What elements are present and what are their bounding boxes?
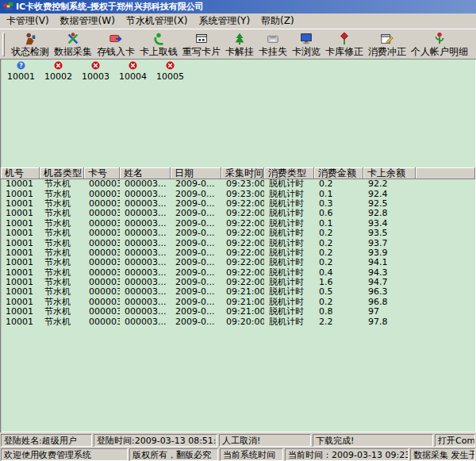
cell-machine-type: 节水机 bbox=[40, 307, 84, 317]
table-row[interactable]: 10001 节水机 000003 000003... 2009-0... 09:… bbox=[1, 268, 475, 278]
machine-item-10002[interactable]: 10002 bbox=[40, 61, 77, 82]
cell-name: 000003... bbox=[120, 248, 171, 258]
cell-amount: 0.2 bbox=[314, 229, 363, 238]
menu-item[interactable]: 卡管理(V) bbox=[1, 13, 55, 29]
cell-date: 2009-0... bbox=[171, 229, 221, 238]
cell-balance: 97 bbox=[363, 307, 416, 317]
account-detail-button[interactable]: 个人帐户明细 bbox=[409, 30, 470, 59]
cell-name: 000003... bbox=[120, 258, 171, 267]
cell-machine-type: 节水机 bbox=[40, 278, 84, 287]
status-check-button[interactable]: 状态检测 bbox=[9, 30, 52, 59]
cell-name: 000003... bbox=[120, 190, 171, 199]
table-row[interactable]: 10001 节水机 000003 000003... 2009-0... 09:… bbox=[1, 199, 475, 209]
cell-date: 2009-0... bbox=[171, 268, 221, 278]
card-browse-button[interactable]: 卡浏览 bbox=[290, 30, 323, 59]
cell-machine-type: 节水机 bbox=[40, 199, 84, 209]
machine-item-10004[interactable]: 10004 bbox=[114, 61, 152, 82]
deposit-card-button[interactable]: 存钱入卡 bbox=[94, 30, 137, 59]
card-db-fix-button[interactable]: 卡库修正 bbox=[323, 30, 366, 59]
cell-machine-type: 节水机 bbox=[40, 268, 84, 278]
cell-date: 2009-0... bbox=[171, 287, 221, 297]
toolbar-button-label: 个人帐户明细 bbox=[411, 47, 468, 57]
cell-collect-time: 09:22:00 bbox=[221, 219, 264, 229]
status-panel: 登陆姓名:超级用户 bbox=[1, 434, 92, 447]
toolbar-button-label: 卡浏览 bbox=[292, 47, 321, 57]
status-panel: 人工取消! bbox=[219, 434, 311, 447]
toolbar-button-label: 卡库修正 bbox=[325, 47, 363, 57]
card-loss-button[interactable]: 卡挂失 bbox=[256, 30, 290, 59]
cell-amount: 0.2 bbox=[314, 248, 363, 258]
table-row[interactable]: 10001 节水机 000003 000003... 2009-0... 09:… bbox=[1, 229, 475, 238]
card-loss-icon bbox=[266, 32, 280, 46]
table-row[interactable]: 10001 节水机 000003 000003... 2009-0... 09:… bbox=[1, 307, 475, 317]
rewrite-card-button[interactable]: 重写卡片 bbox=[180, 30, 223, 59]
cell-name: 000003... bbox=[120, 268, 171, 278]
cell-card-no: 000003 bbox=[84, 317, 120, 327]
cell-machine-no: 10001 bbox=[1, 258, 40, 267]
menu-item[interactable]: 帮助(Z) bbox=[255, 13, 300, 29]
table-row[interactable]: 10001 节水机 000003 000003... 2009-0... 09:… bbox=[1, 258, 475, 267]
cell-machine-type: 节水机 bbox=[40, 219, 84, 229]
card-browse-icon bbox=[299, 32, 313, 46]
reversal-button[interactable]: 消费冲正 bbox=[366, 30, 409, 59]
table-header-cell[interactable]: 消费金额 bbox=[314, 167, 363, 179]
status-panel: 登陆时间:2009-03-13 08:51:56 bbox=[94, 434, 217, 447]
cell-machine-no: 10001 bbox=[1, 268, 40, 278]
toolbar-gripper[interactable] bbox=[2, 33, 5, 56]
menu-item[interactable]: 系统管理(Y) bbox=[193, 13, 255, 29]
table-header-cell[interactable]: 采集时间 bbox=[221, 167, 264, 179]
menu-item[interactable]: 数据管理(W) bbox=[55, 13, 121, 29]
toolbar-button-label: 消费冲正 bbox=[368, 47, 406, 57]
cell-name: 000003... bbox=[120, 229, 171, 238]
cell-balance: 93.7 bbox=[363, 239, 416, 248]
machine-item-10001[interactable]: ? 10001 bbox=[2, 61, 40, 82]
cell-card-no: 000003 bbox=[84, 307, 120, 317]
cell-card-no: 000003 bbox=[84, 287, 120, 297]
table-row[interactable]: 10001 节水机 000003 000003... 2009-0... 09:… bbox=[1, 238, 475, 248]
table-row[interactable]: 10001 节水机 000003 000003... 2009-0... 09:… bbox=[1, 317, 475, 326]
cell-card-no: 000003 bbox=[84, 248, 120, 258]
rewrite-card-icon bbox=[194, 32, 209, 46]
titlebar[interactable]: IC卡收费控制系统-授权于郑州兴邦科技有限公司 bbox=[0, 0, 476, 13]
cell-amount: 1.6 bbox=[314, 278, 363, 287]
table-row[interactable]: 10001 节水机 000003 000003... 2009-0... 09:… bbox=[1, 209, 475, 218]
error-icon bbox=[54, 61, 63, 70]
table-row[interactable]: 10001 节水机 000003 000003... 2009-0... 09:… bbox=[1, 189, 475, 198]
cell-date: 2009-0... bbox=[171, 298, 221, 307]
table-row[interactable]: 10001 节水机 000003 000003... 2009-0... 09:… bbox=[1, 287, 475, 297]
machine-item-10005[interactable]: 10005 bbox=[152, 61, 189, 82]
withdraw-card-button[interactable]: 卡上取钱 bbox=[137, 30, 180, 59]
cell-amount: 0.6 bbox=[314, 209, 363, 218]
cell-collect-time: 09:23:00 bbox=[221, 190, 264, 199]
menu-item[interactable]: 节水机管理(X) bbox=[121, 13, 194, 29]
table-header-cell[interactable]: 姓名 bbox=[120, 167, 171, 179]
table-header-cell[interactable]: 卡号 bbox=[84, 167, 120, 179]
table-header-cell[interactable]: 机器类型 bbox=[40, 167, 84, 179]
table-header-cell[interactable]: 日期 bbox=[171, 167, 221, 179]
cell-amount: 0.3 bbox=[314, 199, 363, 209]
toolbar-buttons: 状态检测 数据采集 存钱入卡 卡上取钱 重写卡片 卡解挂 卡挂失 卡浏览 卡库修… bbox=[9, 29, 470, 59]
table-row[interactable]: 10001 节水机 000003 000003... 2009-0... 09:… bbox=[1, 179, 475, 189]
data-collect-button[interactable]: 数据采集 bbox=[52, 30, 94, 59]
cell-balance: 92.5 bbox=[363, 199, 416, 209]
card-loss-icon bbox=[266, 32, 280, 46]
cell-machine-type: 节水机 bbox=[40, 317, 84, 327]
table-header-cell[interactable]: 消费类型 bbox=[264, 167, 314, 179]
status-panel: 下载完成! bbox=[313, 434, 433, 447]
cell-collect-time: 09:23:00 bbox=[221, 179, 264, 189]
card-unfreeze-button[interactable]: 卡解挂 bbox=[223, 30, 256, 59]
cell-amount: 0.2 bbox=[314, 298, 363, 307]
machine-item-10003[interactable]: 10003 bbox=[77, 61, 114, 82]
table-row[interactable]: 10001 节水机 000003 000003... 2009-0... 09:… bbox=[1, 219, 475, 229]
table-row[interactable]: 10001 节水机 000003 000003... 2009-0... 09:… bbox=[1, 298, 475, 307]
cell-machine-no: 10001 bbox=[1, 307, 40, 317]
machine-list: ? 10001 10002 10003 10004 10005 bbox=[2, 61, 189, 82]
table-header-cell[interactable]: 卡上余额 bbox=[363, 167, 416, 179]
cell-name: 000003... bbox=[120, 209, 171, 218]
table-header-cell[interactable]: 机号 bbox=[1, 167, 40, 179]
table-row[interactable]: 10001 节水机 000003 000003... 2009-0... 09:… bbox=[1, 278, 475, 287]
cell-collect-time: 09:22:00 bbox=[221, 258, 264, 267]
cell-consume-type: 脱机计时 bbox=[264, 258, 314, 267]
cell-consume-type: 脱机计时 bbox=[264, 248, 314, 258]
table-row[interactable]: 10001 节水机 000003 000003... 2009-0... 09:… bbox=[1, 248, 475, 258]
